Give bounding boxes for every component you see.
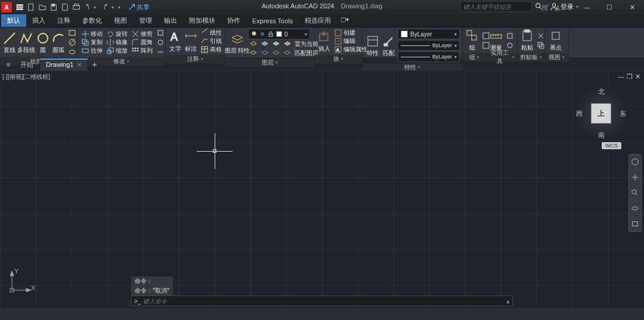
layerprop-button[interactable]: 图层 特性 [228,33,247,54]
app-icon[interactable]: ◬ [552,2,563,13]
utils-extra2-icon[interactable] [504,41,515,50]
tab-view[interactable]: 视图 [108,14,133,27]
maximize-button[interactable]: ☐ [599,1,620,13]
paste-button[interactable]: 粘贴 [520,29,534,52]
group-button[interactable]: 组 [465,29,479,52]
viewport-controls[interactable]: [-][俯视][二维线框] [2,73,50,81]
linetype-combo[interactable]: ByLayer▾ [398,51,460,62]
layer-tool7-icon[interactable] [271,49,281,57]
undo-icon[interactable] [82,2,93,13]
vp-minimize-icon[interactable]: — [618,73,624,81]
trim-button[interactable]: 修剪 [130,30,154,38]
modify-extra3-icon[interactable] [155,48,166,56]
viewcube-south[interactable]: 南 [598,131,605,140]
pan-icon[interactable] [630,173,640,182]
move-button[interactable]: 移动 [80,30,104,38]
filetab-menu-icon[interactable]: ≡ [2,61,14,68]
wheel-icon[interactable] [630,157,640,167]
props-button[interactable]: 特性 [365,34,380,57]
hatch-icon[interactable] [67,38,78,47]
insert-button[interactable]: 插入 [317,30,332,53]
mirror-button[interactable]: 镜像 [105,38,129,47]
linear-button[interactable]: 线性 [199,29,223,37]
command-drag-icon[interactable]: ⋮⋮ [126,300,137,306]
menu-icon[interactable] [14,2,25,13]
tab-manage[interactable]: 管理 [133,14,158,27]
new-tab-button[interactable]: + [88,60,100,69]
layer-tool3-icon[interactable] [271,40,281,48]
app-logo[interactable]: A [1,2,12,13]
tab-express[interactable]: Express Tools [246,14,299,27]
text-button[interactable]: A文字 [168,30,182,53]
polyline-button[interactable]: 多段线 [18,31,35,54]
layer-tool4-icon[interactable] [282,40,293,48]
orbit-icon[interactable] [630,204,640,213]
rotate-button[interactable]: 旋转 [105,30,129,38]
color-combo[interactable]: ByLayer▾ [398,29,460,39]
match-button[interactable]: 匹配 [382,34,397,57]
viewcube[interactable]: 上 北 南 东 西 [574,86,628,141]
fillet-button[interactable]: 圆角 [130,38,154,47]
tab-insert[interactable]: 插入 [26,14,51,27]
undo-dropdown-icon[interactable]: ▾ [94,5,100,10]
dim-button[interactable]: 标注 [184,30,198,53]
search-input[interactable] [460,1,532,12]
wcs-badge[interactable]: WCS [602,142,621,149]
copy-button[interactable]: 复制 [80,38,104,47]
save-icon[interactable] [48,2,59,13]
layer-tool5-icon[interactable] [248,49,259,57]
lineweight-combo[interactable]: ByLayer▾ [398,40,460,51]
filetab-start[interactable]: 开始 [14,59,40,70]
viewcube-west[interactable]: 西 [576,109,583,118]
cart-icon[interactable]: 🛒 [540,2,551,13]
viewcube-face[interactable]: 上 [591,103,611,124]
tab-overflow-icon[interactable]: ▢▾ [337,14,352,27]
viewcube-east[interactable]: 东 [620,109,626,118]
minimize-button[interactable]: — [576,1,597,13]
tab-featured[interactable]: 精选应用 [299,14,337,27]
table-button[interactable]: 表格 [199,45,223,54]
showmotion-icon[interactable] [630,219,640,229]
viewcube-north[interactable]: 北 [598,87,605,96]
layer-tool8-icon[interactable] [282,49,293,57]
modify-extra2-icon[interactable] [155,38,166,47]
array-button[interactable]: 阵列 [130,47,154,55]
scale-button[interactable]: 缩放 [105,47,129,55]
qat-customize-icon[interactable]: ▾ [118,5,124,10]
layer-tool2-icon[interactable] [259,40,270,48]
base-button[interactable]: 基点 [547,29,564,52]
utils-extra1-icon[interactable] [504,32,515,40]
tab-addins[interactable]: 附加模块 [183,14,221,27]
redo-dropdown-icon[interactable]: ▾ [112,5,117,10]
share-button[interactable]: 共享 [128,3,150,12]
layer-tool1-icon[interactable] [248,40,259,48]
new-icon[interactable] [26,2,36,13]
close-button[interactable]: ✕ [621,1,643,13]
rect-icon[interactable] [67,29,78,37]
close-tab-icon[interactable]: ✕ [77,61,82,68]
redo-icon[interactable] [100,2,111,13]
tab-annotate[interactable]: 注释 [51,14,76,27]
vp-restore-icon[interactable]: ❐ [627,73,633,81]
leader-button[interactable]: 引线 [199,37,223,45]
stretch-button[interactable]: 拉伸 [80,47,104,55]
line-button[interactable]: 直线 [2,31,17,54]
saveas-icon[interactable] [60,2,70,13]
plot-icon[interactable] [71,2,82,13]
open-icon[interactable] [37,2,48,13]
vp-close-icon[interactable]: ✕ [635,73,640,81]
command-input[interactable] [143,298,504,304]
layer-tool6-icon[interactable] [259,49,270,57]
modify-extra1-icon[interactable] [155,29,166,37]
layer-combo[interactable]: 0 ▾ [248,29,310,39]
drawing-area[interactable]: [-][俯视][二维线框] — ❐ ✕ 上 北 南 东 西 WCS Y X [0,70,644,308]
circle-button[interactable]: 圆 [36,31,50,54]
tab-parametric[interactable]: 参数化 [76,14,108,27]
tab-output[interactable]: 输出 [158,14,183,27]
arc-button[interactable]: 圆弧 [51,31,66,54]
command-options-icon[interactable]: ▴ [506,297,510,305]
tab-collab[interactable]: 协作 [221,14,246,27]
filetab-drawing1[interactable]: Drawing1✕ [40,59,88,70]
ellipse-icon[interactable] [67,48,78,56]
tab-default[interactable]: 默认 [1,14,26,27]
